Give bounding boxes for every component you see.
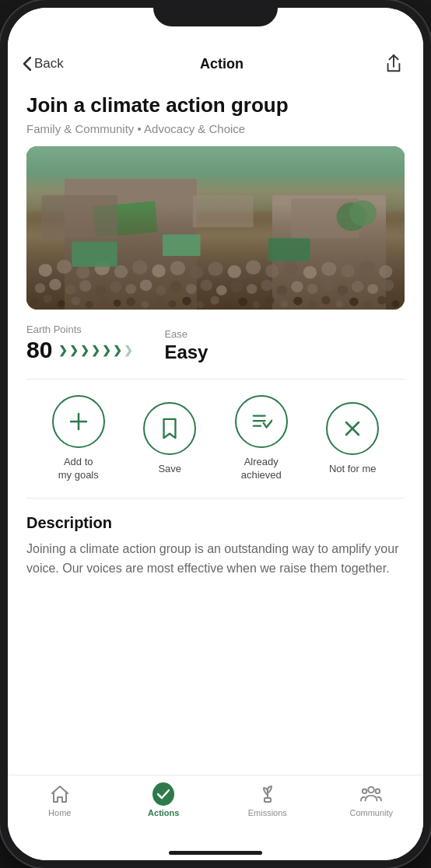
svg-point-32 xyxy=(110,281,122,292)
svg-point-3 xyxy=(71,297,80,306)
save-label: Save xyxy=(158,463,181,476)
svg-point-43 xyxy=(277,285,288,296)
ease-value: Easy xyxy=(164,341,208,363)
description-section: Description Joining a climate action gro… xyxy=(26,514,405,579)
divider-top xyxy=(26,379,405,380)
app-header: Back Action xyxy=(8,47,423,87)
phone-screen: Back Action Join a climate action group … xyxy=(8,8,423,860)
svg-point-12 xyxy=(197,301,205,308)
svg-point-52 xyxy=(57,260,72,274)
svg-point-30 xyxy=(79,281,92,292)
bookmark-icon xyxy=(160,418,179,439)
stats-row: Earth Points 80 ❯ ❯ ❯ ❯ ❯ ❯ xyxy=(26,324,405,363)
svg-point-89 xyxy=(376,789,380,793)
crowd-background xyxy=(26,146,405,310)
svg-point-38 xyxy=(201,280,213,292)
description-text: Joining a climate action group is an out… xyxy=(26,540,405,579)
arrow-4: ❯ xyxy=(91,344,100,356)
svg-point-56 xyxy=(132,261,147,275)
svg-point-24 xyxy=(364,301,372,308)
svg-point-18 xyxy=(281,300,289,307)
page-content: Join a climate action group Family & Com… xyxy=(8,93,423,579)
svg-point-64 xyxy=(283,261,298,275)
svg-point-16 xyxy=(253,301,261,308)
svg-point-26 xyxy=(391,300,399,307)
actions-active-indicator xyxy=(152,782,174,806)
svg-point-31 xyxy=(95,285,106,296)
svg-point-87 xyxy=(369,787,374,793)
nav-home-label: Home xyxy=(48,808,71,817)
svg-point-20 xyxy=(309,301,317,308)
add-goals-circle xyxy=(52,395,105,448)
nav-community-label: Community xyxy=(349,808,393,817)
svg-point-8 xyxy=(142,301,149,308)
crowd-dots xyxy=(26,195,405,310)
svg-point-2 xyxy=(58,300,65,307)
svg-point-69 xyxy=(379,265,392,278)
svg-point-7 xyxy=(126,298,135,306)
svg-rect-70 xyxy=(72,242,117,267)
earth-points-number: 80 xyxy=(26,337,52,363)
svg-point-13 xyxy=(210,296,219,305)
back-button[interactable]: Back xyxy=(23,56,64,72)
save-button[interactable]: Save xyxy=(143,402,196,476)
arrow-2: ❯ xyxy=(69,344,79,356)
svg-point-6 xyxy=(114,299,121,306)
svg-point-23 xyxy=(349,298,359,306)
description-heading: Description xyxy=(26,514,405,532)
svg-point-60 xyxy=(208,262,223,276)
svg-point-88 xyxy=(363,789,367,793)
save-circle xyxy=(143,402,196,455)
svg-point-11 xyxy=(182,297,191,306)
svg-point-15 xyxy=(238,298,247,306)
back-label: Back xyxy=(34,56,64,72)
earth-points-stat: Earth Points 80 ❯ ❯ ❯ ❯ ❯ ❯ xyxy=(26,324,133,363)
x-icon xyxy=(343,419,362,438)
svg-point-9 xyxy=(154,296,163,305)
already-achieved-button[interactable]: Alreadyachieved xyxy=(235,395,288,482)
arrow-3: ❯ xyxy=(80,344,89,356)
svg-point-34 xyxy=(140,280,152,292)
add-goals-label: Add tomy goals xyxy=(58,456,99,482)
hero-image xyxy=(26,146,405,310)
check-list-icon xyxy=(251,411,272,432)
svg-point-59 xyxy=(190,266,203,279)
phone-notch xyxy=(153,0,278,26)
arrow-5: ❯ xyxy=(102,344,111,356)
nav-item-community[interactable]: Community xyxy=(320,783,424,817)
svg-point-40 xyxy=(230,281,243,292)
nav-item-actions[interactable]: Actions xyxy=(112,783,216,817)
share-button[interactable] xyxy=(380,50,408,78)
svg-point-63 xyxy=(265,264,279,278)
svg-point-27 xyxy=(35,283,46,293)
svg-point-58 xyxy=(170,261,185,275)
svg-point-33 xyxy=(125,284,136,294)
community-icon xyxy=(360,783,382,805)
home-icon xyxy=(49,783,71,805)
action-subtitle: Family & Community • Advocacy & Choice xyxy=(26,122,405,135)
svg-point-47 xyxy=(337,285,348,296)
ease-label: Ease xyxy=(164,328,208,340)
svg-point-55 xyxy=(114,265,128,278)
share-icon xyxy=(384,54,403,74)
action-title: Join a climate action group xyxy=(26,93,405,117)
back-chevron-icon xyxy=(23,57,31,71)
divider-bottom xyxy=(26,498,405,499)
svg-point-77 xyxy=(349,201,377,226)
svg-point-66 xyxy=(321,262,336,276)
home-bar xyxy=(169,851,262,855)
not-for-me-button[interactable]: Not for me xyxy=(326,402,379,476)
svg-point-36 xyxy=(170,281,183,292)
not-for-me-label: Not for me xyxy=(329,463,377,476)
svg-point-62 xyxy=(246,261,261,275)
nav-item-home[interactable]: Home xyxy=(8,783,112,817)
scroll-area[interactable]: Join a climate action group Family & Com… xyxy=(8,87,423,775)
nav-item-emissions[interactable]: Emissions xyxy=(216,783,320,817)
svg-point-51 xyxy=(39,264,52,277)
svg-rect-72 xyxy=(268,238,310,261)
earth-points-arrows: ❯ ❯ ❯ ❯ ❯ ❯ ❯ xyxy=(58,344,133,356)
svg-point-0 xyxy=(30,299,38,306)
nav-emissions-label: Emissions xyxy=(248,808,287,817)
svg-point-37 xyxy=(186,284,197,294)
add-goals-button[interactable]: Add tomy goals xyxy=(52,395,105,482)
